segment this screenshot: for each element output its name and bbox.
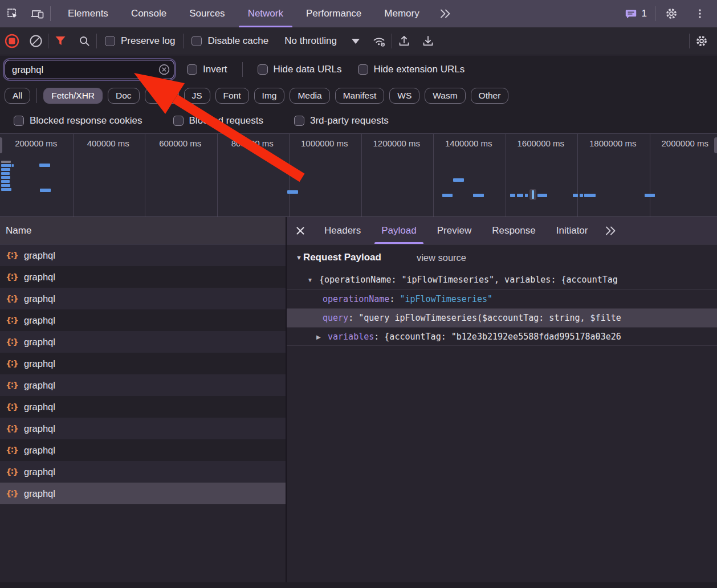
preserve-log-checkbox[interactable]: Preserve log (105, 35, 175, 47)
request-row[interactable]: {∶}graphql (0, 244, 286, 266)
message-count: 1 (642, 8, 647, 19)
3rd-party-requests-checkbox[interactable]: 3rd-party requests (294, 115, 389, 126)
view-source-link[interactable]: view source (417, 252, 466, 263)
waterfall-bar (1, 168, 10, 171)
timeline-tick-label: 400000 ms (72, 137, 145, 150)
disable-cache-box[interactable] (192, 36, 202, 46)
hide-extension-urls-checkbox[interactable]: Hide extension URLs (358, 64, 465, 75)
request-name: graphql (24, 402, 55, 413)
clear-filter-icon[interactable] (158, 64, 170, 75)
request-payload-section[interactable]: ▼ Request Payload view source (287, 244, 717, 271)
timeline-tick-label: 600000 ms (144, 137, 217, 150)
tab-sources[interactable]: Sources (178, 0, 236, 27)
filter-chip-css[interactable]: CSS (145, 88, 179, 104)
waterfall-bar (580, 194, 583, 197)
blocked-requests-box[interactable] (173, 116, 184, 126)
network-overview-timeline[interactable]: 200000 ms400000 ms600000 ms800000 ms1000… (0, 133, 717, 217)
more-detail-tabs-icon[interactable] (598, 217, 623, 244)
clear-network-log-button[interactable] (24, 29, 48, 53)
3rd-party-requests-box[interactable] (294, 116, 304, 126)
request-row[interactable]: {∶}graphql (0, 418, 286, 439)
request-row[interactable]: {∶}graphql (0, 331, 286, 353)
payload-tree-row[interactable]: operationName: "ipFlowTimeseries" (287, 289, 717, 308)
request-row[interactable]: {∶}graphql (0, 396, 286, 418)
preserve-log-box[interactable] (105, 36, 115, 46)
tab-elements[interactable]: Elements (56, 0, 120, 27)
filter-chip-other[interactable]: Other (471, 88, 509, 104)
blocked-requests-checkbox[interactable]: Blocked requests (173, 115, 263, 126)
request-row[interactable]: {∶}graphql (0, 309, 286, 331)
record-network-log-button[interactable] (0, 29, 24, 53)
filter-chip-all[interactable]: All (5, 88, 30, 104)
network-conditions-icon[interactable] (368, 29, 392, 53)
network-toolbar: Preserve log Disable cache No throttling (0, 27, 717, 55)
tree-caret-icon[interactable]: ▶ (316, 328, 321, 346)
request-row[interactable]: {∶}graphql (0, 353, 286, 374)
invert-label: Invert (203, 64, 227, 75)
request-row[interactable]: {∶}graphql (0, 374, 286, 396)
filter-chip-manifest[interactable]: Manifest (335, 88, 385, 104)
invert-checkbox[interactable]: Invert (187, 64, 227, 75)
json-request-icon: {∶} (6, 446, 18, 455)
request-row[interactable]: {∶}graphql (0, 266, 286, 288)
tab-memory[interactable]: Memory (373, 0, 430, 27)
import-har-icon[interactable] (392, 29, 416, 53)
filter-chip-doc[interactable]: Doc (108, 88, 140, 104)
search-icon[interactable] (72, 29, 96, 53)
inspect-element-icon[interactable] (0, 0, 25, 27)
device-toolbar-icon[interactable] (25, 0, 50, 27)
detail-tab-initiator[interactable]: Initiator (546, 217, 598, 244)
hide-data-urls-box[interactable] (258, 64, 268, 75)
throttling-dropdown[interactable]: No throttling (284, 35, 360, 47)
topbar-divider-2 (655, 6, 655, 21)
close-detail-icon[interactable] (287, 217, 314, 244)
request-name: graphql (24, 467, 55, 477)
section-caret-icon: ▼ (296, 254, 302, 261)
detail-tab-headers[interactable]: Headers (314, 217, 371, 244)
request-row[interactable]: {∶}graphql (0, 461, 286, 483)
settings-gear-icon[interactable] (659, 6, 684, 21)
request-row[interactable]: {∶}graphql (0, 439, 286, 461)
filter-chip-img[interactable]: Img (254, 88, 285, 104)
timeline-tick-label: 1000000 ms (288, 137, 361, 150)
detail-tab-response[interactable]: Response (482, 217, 546, 244)
payload-tree-row[interactable]: query: "query ipFlowTimeseries($accountT… (287, 308, 717, 327)
kebab-menu-icon[interactable] (687, 7, 712, 21)
tab-console[interactable]: Console (120, 0, 178, 27)
console-messages-button[interactable]: 1 (620, 7, 651, 21)
timeline-tick-label: 2000000 ms (649, 137, 717, 150)
blocked-response-cookies-checkbox[interactable]: Blocked response cookies (14, 115, 142, 126)
filter-funnel-icon[interactable] (48, 29, 72, 53)
detail-tab-payload[interactable]: Payload (371, 217, 426, 244)
filter-chip-wasm[interactable]: Wasm (425, 88, 465, 104)
filter-chip-media[interactable]: Media (290, 88, 329, 104)
waterfall-bar (1, 161, 11, 163)
more-panels-icon[interactable] (431, 0, 459, 27)
detail-tab-preview[interactable]: Preview (427, 217, 482, 244)
request-name: graphql (24, 315, 55, 326)
json-request-icon: {∶} (6, 316, 18, 325)
network-settings-gear-icon[interactable] (690, 29, 714, 53)
tree-caret-icon[interactable]: ▼ (307, 271, 313, 289)
filter-chip-ws[interactable]: WS (389, 88, 419, 104)
tab-network[interactable]: Network (237, 0, 295, 27)
filter-chip-font[interactable]: Font (215, 88, 249, 104)
json-request-icon: {∶} (6, 402, 18, 411)
filter-chip-fetch-xhr[interactable]: Fetch/XHR (43, 88, 103, 104)
payload-tree-row[interactable]: ▼{operationName: "ipFlowTimeseries", var… (287, 271, 717, 289)
tab-performance[interactable]: Performance (295, 0, 373, 27)
filter-chip-js[interactable]: JS (184, 88, 210, 104)
invert-box[interactable] (187, 64, 197, 75)
network-filter-input[interactable] (5, 60, 174, 79)
hide-extension-urls-box[interactable] (358, 64, 368, 75)
disable-cache-checkbox[interactable]: Disable cache (192, 35, 268, 47)
request-row[interactable]: {∶}graphql (0, 483, 286, 504)
name-column-header[interactable]: Name (0, 217, 286, 244)
blocked-response-cookies-box[interactable] (14, 116, 24, 126)
hide-data-urls-checkbox[interactable]: Hide data URLs (258, 64, 342, 75)
export-har-icon[interactable] (416, 29, 440, 53)
request-row[interactable]: {∶}graphql (0, 288, 286, 309)
payload-tree-row[interactable]: ▶variables: {accountTag: "b12e3b2192ee55… (287, 327, 717, 346)
waterfall-bar (1, 184, 10, 187)
waterfall-bar (510, 194, 515, 197)
